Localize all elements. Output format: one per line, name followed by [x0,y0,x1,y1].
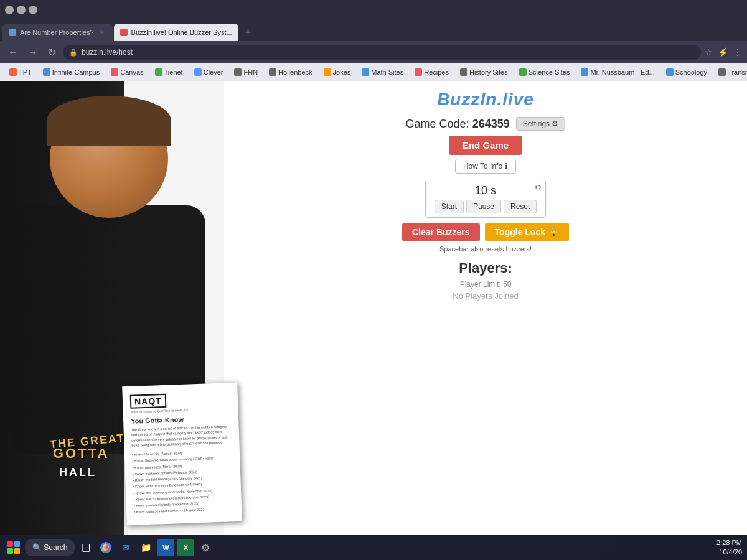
bookmark-icon-tienet [155,68,162,76]
bookmark-hollenbeck[interactable]: Hollenbeck [265,67,316,77]
tab-favicon-1 [9,29,16,36]
svg-rect-2 [7,548,13,554]
tab-favicon-2 [120,29,128,36]
taskbar-task-view-icon[interactable]: ❑ [77,539,95,556]
bookmark-icon-ic [43,68,50,76]
timer-display: 10 s [435,184,537,197]
how-to-label: How To Info [463,162,502,170]
bookmark-science[interactable]: Science Sites [515,67,575,77]
app-title: BuzzIn.live [437,90,534,110]
taskbar: 🔍 Search ❑ ✉ 📁 W X ⚙ 2:28 PM 1 [0,535,747,560]
taskbar-settings-icon[interactable]: ⚙ [197,539,214,556]
toggle-lock-button[interactable]: Toggle Lock 🔓 [485,223,569,241]
end-game-button[interactable]: End Game [449,136,522,155]
paper-body-text: The Gotta Know is a series of articles t… [131,424,232,448]
settings-button[interactable]: Settings ⚙ [516,117,566,131]
taskbar-file-icon[interactable]: 📁 [137,539,154,556]
bookmark-label-recipes: Recipes [424,68,449,76]
app-title-in: In [480,90,497,109]
address-bar[interactable]: 🔒 buzzin.live/host [63,45,701,60]
bookmark-icon-recipes [415,68,422,76]
bookmark-label-ic: Infinite Campus [52,68,100,76]
bookmark-fhn[interactable]: FHN [230,67,262,77]
tab-buzzin[interactable]: BuzzIn.live! Online Buzzer Syst... ✕ [114,24,238,41]
reload-button[interactable]: ↻ [45,45,59,60]
star-icon[interactable]: ☆ [705,47,713,57]
taskbar-chrome-icon[interactable] [97,539,115,556]
bookmark-label-clever: Clever [204,68,223,76]
bookmark-canvas[interactable]: Canvas [106,67,148,77]
content-area: THE GREAT GOTTA HALL NAQT National Acade… [0,81,747,560]
taskbar-search-icon[interactable]: 🔍 Search [25,539,75,556]
nav-bar: ← → ↻ 🔒 buzzin.live/host ☆ ⚡ ⋮ [0,41,747,63]
bookmark-icon-schoology [666,68,674,76]
title-bar [0,0,747,20]
bookmark-history[interactable]: History Sites [456,67,512,77]
app-title-live: .live [497,90,533,109]
reset-button[interactable]: Reset [504,200,537,213]
window-controls [5,6,37,14]
person-hair [47,96,171,146]
bookmark-label-transition: Transition Education... [728,68,747,76]
bookmark-infinite-campus[interactable]: Infinite Campus [39,67,104,77]
app-title-buzz: Buzz [437,90,480,109]
bookmark-icon-nussbaum [581,68,588,76]
toggle-lock-label: Toggle Lock [495,227,545,237]
tab-label-2: BuzzIn.live! Online Buzzer Syst... [131,29,232,36]
no-players-message: No Players Joined [453,291,519,301]
taskbar-word-icon[interactable]: W [157,539,174,556]
taskbar-mail-icon[interactable]: ✉ [117,539,134,556]
taskbar-time-display: 2:28 PM 10/4/20 [716,538,742,558]
minimize-button[interactable] [5,6,14,14]
tab-close-1[interactable]: ✕ [98,28,106,37]
timer-gear-icon[interactable]: ⚙ [535,183,542,192]
clear-buzzers-button[interactable]: Clear Buzzers [402,223,480,241]
bookmark-recipes[interactable]: Recipes [410,67,453,77]
address-text: buzzin.live/host [82,48,133,57]
bookmark-jokes[interactable]: Jokes [319,67,355,77]
lock-emoji-icon: 🔓 [548,227,559,237]
close-button[interactable] [29,6,37,14]
extensions-icon[interactable]: ⚡ [718,47,728,57]
taskbar-start-icon[interactable] [5,539,22,556]
tab-close-2[interactable]: ✕ [236,28,238,37]
bookmark-clever[interactable]: Clever [190,67,228,77]
new-tab-button[interactable]: + [240,24,257,41]
bookmark-transition[interactable]: Transition Education... [714,67,747,77]
bookmark-tienet[interactable]: Tienet [151,67,187,77]
bookmark-label-nussbaum: Mr. Nussbaum - Ed... [590,68,654,76]
bookmark-icon-jokes [324,68,331,76]
how-to-button[interactable]: How To Info ℹ [455,159,516,174]
bookmark-label-jokes: Jokes [333,68,351,76]
game-code-label: Game Code: 264359 [406,118,510,131]
bookmark-icon-math [362,68,369,76]
svg-rect-0 [7,541,13,547]
shirt-text-3: HALL [59,466,96,479]
buzzer-row: Clear Buzzers Toggle Lock 🔓 [402,223,569,241]
bookmark-icon-fhn [234,68,242,76]
start-button[interactable]: Start [435,200,464,213]
taskbar-excel-icon[interactable]: X [177,539,194,556]
bookmarks-bar: TPT Infinite Campus Canvas Tienet Clever… [0,63,747,81]
spacebar-hint: Spacebar also resets buzzers! [439,245,532,253]
bookmark-icon-history [460,68,467,76]
bookmark-nussbaum[interactable]: Mr. Nussbaum - Ed... [576,67,659,77]
game-code-row: Game Code: 264359 Settings ⚙ [406,117,566,131]
bookmark-tpt[interactable]: TPT [5,67,36,77]
tab-bar: Are Number Properties? ✕ BuzzIn.live! On… [0,20,747,41]
buzzin-app: BuzzIn.live Game Code: 264359 Settings ⚙… [224,81,747,535]
bookmark-label-fhn: FHN [243,68,258,76]
bookmark-icon-clever [194,68,202,76]
back-button[interactable]: ← [5,45,21,59]
pause-button[interactable]: Pause [466,200,501,213]
tab-label-1: Are Number Properties? [20,29,94,36]
player-limit: Player Limit: 50 [460,280,512,289]
lock-icon: 🔒 [69,49,78,57]
bookmark-math[interactable]: Math Sites [357,67,408,77]
bookmark-schoology[interactable]: Schoology [662,67,712,77]
tab-number-properties[interactable]: Are Number Properties? ✕ [2,24,113,41]
maximize-button[interactable] [17,6,26,14]
menu-icon[interactable]: ⋮ [733,47,742,57]
forward-button[interactable]: → [25,45,41,59]
bookmark-icon-hollenbeck [269,68,276,76]
